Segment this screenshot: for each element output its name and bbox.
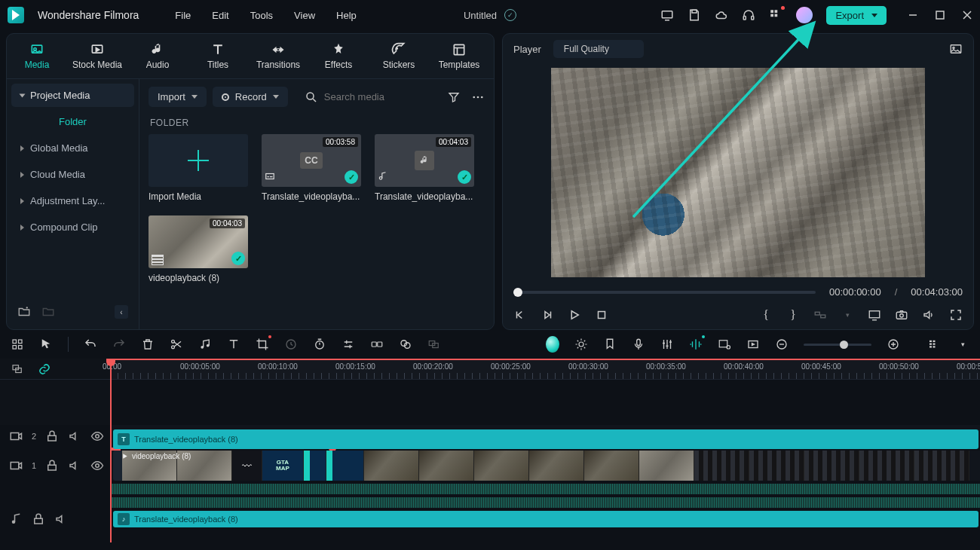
seek-slider[interactable]: [513, 291, 816, 294]
import-dropdown[interactable]: Import: [149, 87, 207, 107]
auto-beat-icon[interactable]: [689, 338, 703, 351]
prev-frame-button[interactable]: [513, 308, 527, 322]
render-icon[interactable]: [746, 338, 760, 351]
user-avatar[interactable]: [796, 7, 813, 23]
media-card[interactable]: 00:03:58CC✓ Translate_videoplayba...: [262, 134, 361, 202]
minimize-button[interactable]: [908, 10, 918, 20]
select-mode-icon[interactable]: [11, 338, 24, 351]
mute-icon[interactable]: [54, 512, 68, 526]
adjust-icon[interactable]: [341, 338, 355, 351]
view-options-chevron-icon[interactable]: ▾: [956, 338, 969, 351]
marker-icon[interactable]: [603, 338, 617, 351]
tab-audio[interactable]: Audio: [127, 34, 188, 78]
view-options-icon[interactable]: [927, 338, 941, 351]
import-media-card[interactable]: Import Media: [149, 134, 248, 202]
menu-file[interactable]: File: [175, 10, 191, 21]
playhead[interactable]: [110, 359, 112, 542]
close-button[interactable]: [962, 10, 972, 20]
play-forward-button[interactable]: [541, 308, 554, 322]
audio-waveform-1[interactable]: [110, 484, 980, 494]
visibility-icon[interactable]: [90, 429, 104, 443]
record-screen-icon[interactable]: [718, 338, 731, 351]
subtitle-track-2[interactable]: ♪ Translate_videoplayback (8): [110, 511, 980, 527]
color-tool-icon[interactable]: [399, 338, 412, 351]
video-track[interactable]: videoplayback (8) 〰 GTAMAP: [110, 451, 980, 481]
lock-icon[interactable]: [32, 512, 45, 526]
text-tool-icon[interactable]: [227, 338, 240, 351]
tab-stock-media[interactable]: Stock Media: [67, 34, 127, 78]
crop-tool-icon[interactable]: [256, 338, 269, 351]
more-options-icon[interactable]: [471, 90, 485, 104]
folder-compound-clip[interactable]: Compound Clip: [11, 214, 134, 240]
zoom-out-button[interactable]: [775, 338, 789, 351]
filter-icon[interactable]: [447, 90, 461, 104]
visibility-icon[interactable]: [90, 459, 104, 472]
maximize-button[interactable]: [935, 10, 945, 20]
split-button[interactable]: [170, 338, 183, 351]
headphones-icon[interactable]: [742, 8, 755, 22]
mute-icon[interactable]: [68, 429, 81, 443]
zoom-in-button[interactable]: [887, 338, 900, 351]
mic-icon[interactable]: [632, 338, 645, 351]
seek-knob[interactable]: [513, 288, 522, 297]
audio-waveform-2[interactable]: [110, 497, 980, 508]
folder-adjustment-layer[interactable]: Adjustment Lay...: [11, 188, 134, 214]
tab-stickers[interactable]: Stickers: [369, 34, 429, 78]
subtitle-clip[interactable]: T Translate_videoplayback (8): [113, 429, 978, 449]
stop-button[interactable]: [595, 308, 608, 322]
tab-effects[interactable]: Effects: [308, 34, 369, 78]
folder-cloud-media[interactable]: Cloud Media: [11, 161, 134, 188]
clip-mode-button[interactable]: [813, 308, 827, 322]
group-icon[interactable]: [427, 338, 441, 351]
mute-icon[interactable]: [68, 459, 81, 472]
undo-button[interactable]: [84, 338, 97, 351]
preview-viewport[interactable]: [513, 64, 963, 280]
lock-icon[interactable]: [45, 459, 59, 472]
project-media-header[interactable]: Project Media: [11, 84, 134, 107]
delete-button[interactable]: [141, 338, 155, 351]
cloud-icon[interactable]: [715, 8, 728, 22]
tab-transitions[interactable]: Transitions: [248, 34, 308, 78]
new-folder-icon[interactable]: [17, 305, 31, 319]
clip-mode-chevron-icon[interactable]: ▾: [841, 308, 854, 322]
play-button[interactable]: [568, 308, 581, 322]
save-icon[interactable]: [688, 8, 701, 22]
volume-button[interactable]: [922, 308, 936, 322]
screen-icon[interactable]: [660, 8, 674, 22]
record-dropdown[interactable]: Record: [213, 87, 288, 107]
keyframe-icon[interactable]: [370, 338, 384, 351]
tab-templates[interactable]: Templates: [429, 34, 489, 78]
timeline-ruler[interactable]: 00:0000:00:05:0000:00:10:0000:00:15:0000…: [110, 359, 980, 379]
link-tracks-icon[interactable]: [38, 362, 51, 376]
menu-help[interactable]: Help: [336, 10, 357, 21]
speed-tool-icon[interactable]: [284, 338, 298, 351]
quality-dropdown[interactable]: Full Quality: [553, 40, 644, 58]
menu-view[interactable]: View: [294, 10, 315, 21]
export-button[interactable]: Export: [826, 6, 887, 25]
cursor-icon[interactable]: [39, 338, 53, 351]
tab-media[interactable]: Media: [7, 34, 67, 78]
folder-global-media[interactable]: Global Media: [11, 135, 134, 161]
subtitle-track[interactable]: T Translate_videoplayback (8): [110, 425, 980, 448]
media-card[interactable]: 00:04:03✓ videoplayback (8): [149, 215, 248, 283]
mixer-icon[interactable]: [660, 338, 674, 351]
mark-out-button[interactable]: }: [786, 308, 800, 322]
mark-in-button[interactable]: {: [759, 308, 773, 322]
apps-grid-icon[interactable]: [769, 8, 782, 22]
media-card[interactable]: 00:04:03✓ Translate_videoplayba...: [375, 134, 474, 202]
fullscreen-button[interactable]: [949, 308, 963, 322]
lock-icon[interactable]: [45, 429, 59, 443]
search-input[interactable]: [324, 91, 430, 102]
menu-tools[interactable]: Tools: [250, 10, 273, 21]
video-clip[interactable]: videoplayback (8) 〰 GTAMAP: [113, 451, 978, 481]
track-manager-icon[interactable]: [11, 362, 24, 376]
brightness-icon[interactable]: [574, 338, 588, 351]
tab-titles[interactable]: Titles: [188, 34, 248, 78]
ai-tools-icon[interactable]: [546, 338, 559, 351]
redo-button[interactable]: [112, 338, 126, 351]
zoom-knob[interactable]: [840, 341, 848, 349]
timer-icon[interactable]: [313, 338, 326, 351]
collapse-sidebar-button[interactable]: ‹: [115, 305, 128, 319]
zoom-slider[interactable]: [804, 344, 871, 346]
snapshot-icon[interactable]: [949, 42, 963, 56]
